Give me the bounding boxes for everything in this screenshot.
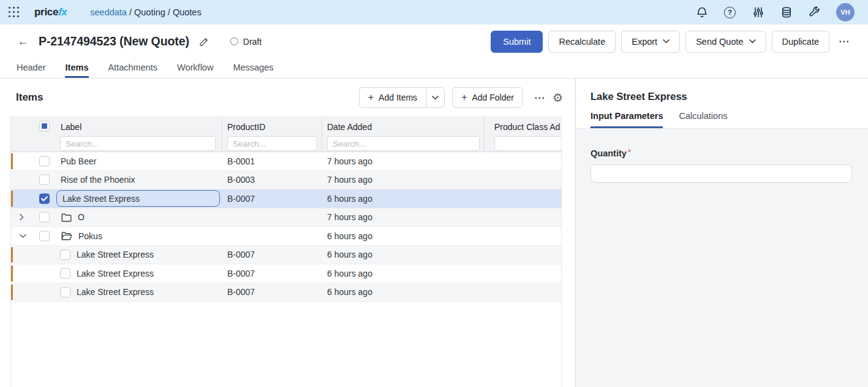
- tab-input-parameters[interactable]: Input Parameters: [591, 111, 663, 128]
- required-asterisk: *: [628, 147, 631, 157]
- export-button[interactable]: Export: [621, 31, 680, 53]
- row-checkbox[interactable]: [39, 231, 50, 241]
- row-dateadded: 6 hours ago: [322, 194, 485, 204]
- table-row-selected[interactable]: Lake Street Express B-0007 6 hours ago: [11, 190, 561, 209]
- row-dateadded: 6 hours ago: [322, 250, 485, 259]
- row-checkbox[interactable]: [60, 268, 70, 278]
- row-productid: B-0001: [222, 156, 322, 166]
- tab-calculations[interactable]: Calculations: [679, 111, 727, 128]
- tab-workflow[interactable]: Workflow: [176, 58, 214, 78]
- row-checkbox[interactable]: [60, 287, 70, 297]
- send-quote-label: Send Quote: [696, 37, 743, 47]
- row-productid: B-0007: [222, 287, 322, 297]
- export-label: Export: [632, 37, 657, 47]
- more-actions-button[interactable]: ⋯: [839, 35, 850, 48]
- table-row-folder[interactable]: Pokus 6 hours ago: [11, 227, 561, 246]
- edit-pencil-icon[interactable]: [198, 36, 209, 47]
- row-checkbox[interactable]: [60, 250, 70, 260]
- table-row-child[interactable]: Lake Street Express B-0007 6 hours ago: [11, 264, 561, 283]
- row-checkbox[interactable]: [39, 175, 50, 185]
- grid-settings-gear-icon[interactable]: ⚙: [553, 92, 563, 104]
- add-folder-button[interactable]: + Add Folder: [452, 87, 523, 108]
- row-checkbox-checked[interactable]: [39, 193, 50, 204]
- row-dateadded: 7 hours ago: [322, 156, 485, 166]
- dateadded-search-input[interactable]: [327, 136, 480, 151]
- tab-header[interactable]: Header: [16, 58, 47, 78]
- folder-open-icon: [61, 231, 72, 240]
- folder-name: O: [78, 212, 85, 222]
- productid-search-input[interactable]: [227, 136, 317, 151]
- productclass-search-input[interactable]: [494, 136, 561, 151]
- tab-items[interactable]: Items: [65, 58, 89, 78]
- logo-part2: fx: [58, 6, 67, 18]
- send-quote-button[interactable]: Send Quote: [685, 31, 766, 53]
- duplicate-button[interactable]: Duplicate: [772, 31, 829, 53]
- topbar: pricefx seeddata / Quoting / Quotes ? VH: [0, 0, 868, 25]
- row-dateadded: 6 hours ago: [322, 231, 485, 241]
- tools-wrench-icon[interactable]: [808, 6, 821, 19]
- bell-icon[interactable]: [695, 6, 708, 19]
- add-items-button[interactable]: + Add Items: [360, 88, 426, 107]
- breadcrumb-path: / Quoting / Quotes: [127, 7, 202, 17]
- label-inline-editor[interactable]: Lake Street Express: [56, 190, 220, 207]
- breadcrumb: seeddata / Quoting / Quotes: [90, 7, 201, 17]
- plus-icon: +: [368, 93, 374, 102]
- check-icon: [41, 196, 48, 201]
- item-detail-panel: Lake Street Express Input Parameters Cal…: [575, 79, 868, 387]
- row-label: Lake Street Express: [77, 287, 154, 297]
- help-icon[interactable]: ?: [723, 6, 736, 19]
- add-items-split-button: + Add Items: [359, 87, 445, 108]
- apps-grid-icon[interactable]: [9, 7, 20, 18]
- submit-button[interactable]: Submit: [491, 31, 543, 53]
- items-more-button[interactable]: ⋯: [534, 91, 545, 104]
- table-row-folder[interactable]: O 7 hours ago: [11, 209, 561, 228]
- row-checkbox[interactable]: [39, 212, 50, 223]
- row-productid: B-0007: [222, 194, 322, 204]
- table-header: Label ProductID Date Added Product Class…: [11, 117, 561, 152]
- quote-tabs: Header Items Attachments Workflow Messag…: [0, 58, 868, 79]
- add-folder-label: Add Folder: [472, 93, 513, 102]
- tab-attachments[interactable]: Attachments: [107, 58, 158, 78]
- quantity-input[interactable]: [591, 164, 852, 183]
- tab-messages[interactable]: Messages: [232, 58, 274, 78]
- items-table: Label ProductID Date Added Product Class…: [10, 117, 562, 387]
- add-items-label: Add Items: [379, 93, 417, 102]
- chevron-down-icon: [749, 39, 756, 44]
- row-checkbox[interactable]: [39, 156, 50, 166]
- row-label: Lake Street Express: [77, 250, 154, 259]
- status-label: Draft: [243, 37, 262, 47]
- column-header-dateadded[interactable]: Date Added: [327, 122, 372, 132]
- database-icon[interactable]: [780, 6, 793, 19]
- user-avatar[interactable]: VH: [836, 3, 855, 21]
- folder-closed-icon: [61, 213, 72, 222]
- chevron-down-icon: [432, 96, 439, 100]
- label-search-input[interactable]: [60, 136, 216, 151]
- row-productid: B-0007: [222, 269, 322, 278]
- expand-chevron-right-icon[interactable]: [20, 214, 24, 221]
- row-label: Lake Street Express: [62, 194, 140, 204]
- row-dateadded: 6 hours ago: [322, 269, 485, 278]
- table-row[interactable]: Rise of the Phoenix B-0003 7 hours ago: [11, 171, 561, 190]
- recalculate-button[interactable]: Recalculate: [548, 31, 616, 53]
- pricefx-logo[interactable]: pricefx: [34, 6, 67, 18]
- row-productid: B-0003: [222, 175, 322, 185]
- items-section-title: Items: [16, 91, 43, 104]
- row-dateadded: 7 hours ago: [322, 212, 485, 222]
- sliders-icon[interactable]: [752, 6, 764, 19]
- column-header-productid[interactable]: ProductID: [227, 122, 265, 132]
- add-items-dropdown-button[interactable]: [426, 88, 444, 107]
- quote-header: ← P-2147494523 (New Quote) Draft Submit …: [0, 25, 868, 58]
- collapse-chevron-down-icon[interactable]: [20, 234, 26, 238]
- column-header-label[interactable]: Label: [61, 122, 81, 132]
- column-header-productclass[interactable]: Product Class Ad: [494, 122, 560, 132]
- folder-name: Pokus: [78, 231, 102, 241]
- table-row-child[interactable]: Lake Street Express B-0007 6 hours ago: [11, 246, 561, 265]
- status-badge: Draft: [230, 37, 262, 47]
- breadcrumb-workspace-link[interactable]: seeddata: [90, 7, 127, 17]
- select-all-checkbox[interactable]: [39, 121, 50, 131]
- logo-part1: price: [34, 6, 58, 18]
- back-arrow-icon[interactable]: ←: [17, 36, 29, 47]
- table-row[interactable]: Pub Beer B-0001 7 hours ago: [11, 152, 561, 171]
- table-row-child[interactable]: Lake Street Express B-0007 6 hours ago: [11, 283, 561, 302]
- row-label: Rise of the Phoenix: [56, 175, 135, 185]
